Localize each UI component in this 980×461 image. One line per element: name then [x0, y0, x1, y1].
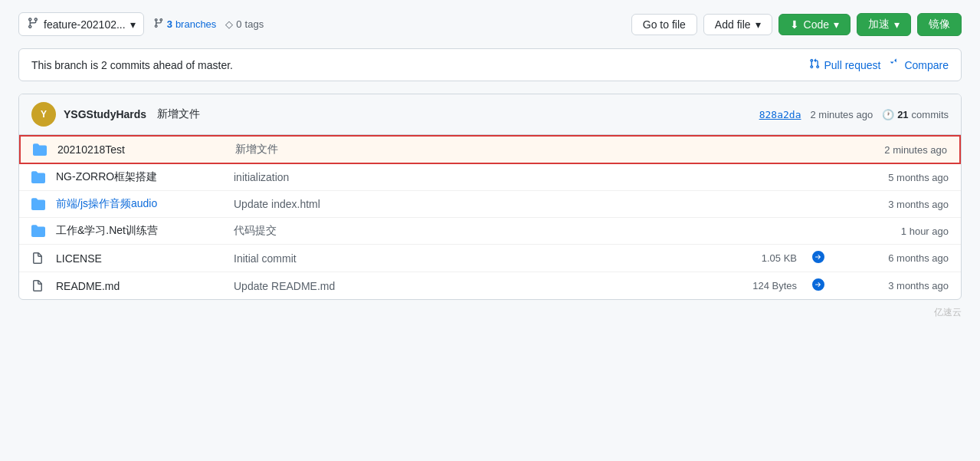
goto-file-button[interactable]: Go to file: [631, 14, 697, 35]
branch-name: feature-20210​2...: [44, 18, 126, 31]
avatar: Y: [31, 102, 56, 127]
branch-info-actions: Pull request Compare: [809, 58, 949, 71]
pull-request-icon: [809, 58, 820, 71]
avatar-initials: Y: [41, 109, 47, 120]
file-size: 124 Bytes: [736, 280, 797, 291]
folder-icon: [33, 143, 48, 156]
pull-request-link[interactable]: Pull request: [809, 58, 880, 71]
branches-count: 3: [167, 18, 172, 30]
branches-label: branches: [175, 18, 216, 30]
watermark-area: 亿速云: [18, 300, 962, 325]
code-label: Code: [804, 18, 829, 31]
file-time: 3 months ago: [834, 280, 949, 291]
file-name-text: README.md: [56, 280, 120, 292]
download-icon: ⬇: [790, 18, 799, 31]
tags-link[interactable]: ◇ 0 tags: [225, 18, 264, 30]
table-row: NG-ZORRO框架搭建initialization5 months ago: [19, 164, 961, 191]
table-row: 工作&学习.Net训练营代码提交1 hour ago: [19, 218, 961, 245]
tags-count: 0: [236, 18, 241, 30]
file-time: 3 months ago: [834, 199, 949, 210]
upload-icon: [812, 251, 824, 265]
commit-header: Y YSGStudyHards 新增文件 828a2da 2 minutes a…: [19, 94, 961, 135]
folder-icon: [31, 170, 47, 184]
add-file-button[interactable]: Add file ▾: [703, 14, 772, 35]
commit-hash[interactable]: 828a2da: [759, 109, 801, 120]
file-time: 5 months ago: [834, 172, 949, 183]
commit-author[interactable]: YSGStudyHards: [64, 108, 146, 120]
tag-icon: ◇: [225, 18, 233, 30]
file-table: Y YSGStudyHards 新增文件 828a2da 2 minutes a…: [18, 94, 962, 300]
jiasu-label: 加速: [868, 18, 890, 31]
pull-request-label: Pull request: [824, 59, 880, 71]
branch-count-icon: [153, 18, 164, 31]
goto-file-label: Go to file: [643, 18, 686, 31]
commits-link[interactable]: 🕐 21 commits: [882, 109, 949, 120]
file-name-text: 工作&学习.Net训练营: [56, 224, 158, 236]
branch-info-bar: This branch is 2 commits ahead of master…: [18, 48, 962, 81]
upload-icon: [812, 278, 824, 293]
branch-icon: [27, 17, 39, 31]
commit-message: 新增文件: [157, 107, 200, 121]
file-name-link[interactable]: 前端/js操作音频audio: [56, 197, 157, 209]
file-description: Initial commit: [234, 252, 726, 265]
main-container: feature-20210​2... ▾ 3 branches ◇ 0 tags…: [0, 0, 980, 338]
file-icon: [31, 280, 47, 292]
file-time: 1 hour ago: [834, 226, 949, 237]
branch-selector-button[interactable]: feature-20210​2... ▾: [18, 12, 144, 36]
table-row: 前端/js操作音频audioUpdate index.html3 months …: [19, 191, 961, 218]
file-time: 6 months ago: [834, 252, 949, 264]
compare-icon: [890, 58, 900, 71]
jingxiang-label: 镜像: [929, 18, 950, 31]
file-name-text: LICENSE: [56, 252, 102, 265]
file-icon: [31, 252, 47, 265]
compare-link[interactable]: Compare: [890, 58, 949, 71]
file-name-text: 20210218Test: [57, 143, 125, 156]
commits-count: 21: [897, 109, 908, 120]
jiasu-button[interactable]: 加速 ▾: [857, 13, 911, 36]
file-description: Update index.html: [234, 198, 726, 210]
file-description: Update README.md: [234, 280, 726, 292]
file-description: 代码提交: [234, 224, 726, 238]
file-size: 1.05 KB: [736, 252, 797, 264]
file-description: initialization: [234, 171, 726, 183]
table-row: README.mdUpdate README.md124 Bytes3 mont…: [19, 272, 961, 299]
commits-label: commits: [912, 109, 949, 120]
tags-label: tags: [245, 18, 264, 30]
branch-ahead-message: This branch is 2 commits ahead of master…: [31, 59, 233, 71]
branch-dropdown-arrow: ▾: [130, 18, 136, 31]
jiasu-arrow: ▾: [894, 18, 900, 31]
folder-icon: [31, 224, 47, 238]
file-time: 2 minutes ago: [832, 144, 947, 156]
file-rows-container: 20210218Test新增文件2 minutes agoNG-ZORRO框架搭…: [19, 135, 961, 299]
table-row: 20210218Test新增文件2 minutes ago: [19, 135, 961, 164]
history-icon: 🕐: [882, 109, 894, 120]
table-row: LICENSEInitial commit1.05 KB6 months ago: [19, 245, 961, 272]
commit-meta: 828a2da 2 minutes ago 🕐 21 commits: [759, 109, 949, 120]
code-button[interactable]: ⬇ Code ▾: [778, 14, 851, 35]
code-arrow: ▾: [834, 18, 839, 31]
watermark-text: 亿速云: [934, 306, 962, 319]
folder-icon: [31, 197, 47, 211]
branches-link[interactable]: 3 branches: [153, 18, 217, 31]
commit-time: 2 minutes ago: [810, 109, 873, 120]
add-file-arrow: ▾: [755, 18, 761, 31]
toolbar-right: Go to file Add file ▾ ⬇ Code ▾ 加速 ▾ 镜像: [631, 13, 962, 36]
toolbar: feature-20210​2... ▾ 3 branches ◇ 0 tags…: [18, 12, 962, 36]
file-description: 新增文件: [235, 143, 725, 156]
add-file-label: Add file: [715, 18, 751, 31]
jingxiang-button[interactable]: 镜像: [917, 13, 962, 36]
compare-label: Compare: [904, 59, 949, 71]
file-name-text: NG-ZORRO框架搭建: [56, 170, 157, 183]
